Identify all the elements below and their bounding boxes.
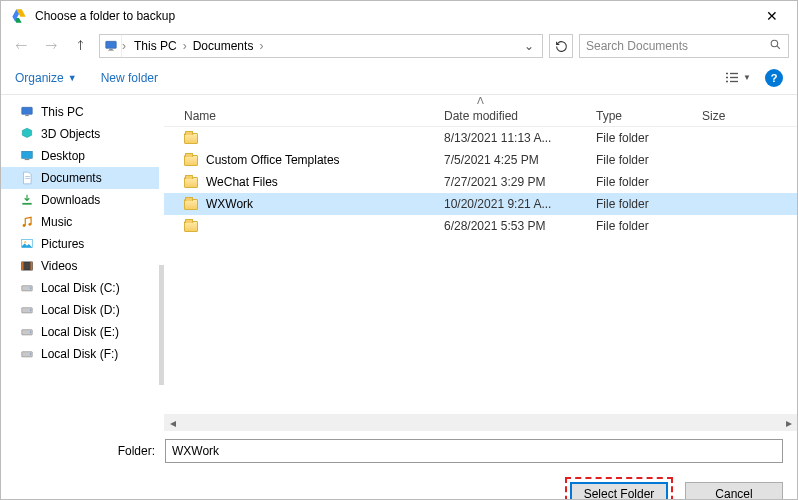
footer: Folder: Select Folder Cancel — [1, 431, 797, 500]
sidebar-item-local-disk-e-[interactable]: Local Disk (E:) — [1, 321, 159, 343]
sidebar-item-this-pc[interactable]: This PC — [1, 101, 159, 123]
music-icon — [19, 215, 35, 229]
organize-button[interactable]: Organize ▼ — [15, 71, 77, 85]
search-input[interactable]: Search Documents — [579, 34, 789, 58]
disk-icon — [19, 347, 35, 361]
svg-rect-15 — [25, 176, 30, 177]
column-type[interactable]: Type — [596, 109, 702, 123]
search-icon — [769, 38, 782, 54]
sidebar-item-desktop[interactable]: Desktop — [1, 145, 159, 167]
sort-indicator-icon: ᐱ — [164, 95, 797, 105]
pc-icon — [19, 105, 35, 119]
file-date: 8/13/2021 11:13 A... — [444, 131, 596, 145]
file-row[interactable]: Custom Office Templates7/5/2021 4:25 PMF… — [164, 149, 797, 171]
svg-point-32 — [30, 353, 31, 354]
sidebar-item-local-disk-f-[interactable]: Local Disk (F:) — [1, 343, 159, 365]
forward-button[interactable]: 🡒 — [39, 34, 63, 58]
sidebar-item-local-disk-d-[interactable]: Local Disk (D:) — [1, 299, 159, 321]
pc-icon — [100, 35, 122, 57]
file-type: File folder — [596, 219, 702, 233]
sidebar-item-documents[interactable]: Documents — [1, 167, 159, 189]
svg-point-19 — [28, 223, 31, 226]
sidebar-item-3d-objects[interactable]: 3D Objects — [1, 123, 159, 145]
svg-point-28 — [30, 309, 31, 310]
svg-rect-11 — [22, 107, 33, 114]
file-date: 10/20/2021 9:21 A... — [444, 197, 596, 211]
cancel-button[interactable]: Cancel — [685, 482, 783, 500]
column-headers: Name Date modified Type Size — [164, 105, 797, 127]
svg-rect-24 — [31, 262, 33, 270]
svg-rect-2 — [108, 50, 114, 51]
select-folder-button[interactable]: Select Folder — [570, 482, 668, 500]
folder-name-input[interactable] — [165, 439, 783, 463]
close-button[interactable]: ✕ — [757, 8, 787, 24]
column-date[interactable]: Date modified — [444, 109, 596, 123]
sidebar-item-music[interactable]: Music — [1, 211, 159, 233]
splitter[interactable] — [159, 95, 164, 431]
navigation-bar: 🡐 🡒 🡑 › This PC › Documents › ⌄ Search D… — [1, 31, 797, 61]
file-type: File folder — [596, 197, 702, 211]
svg-point-3 — [771, 40, 778, 47]
file-row[interactable]: WeChat Files7/27/2021 3:29 PMFile folder — [164, 171, 797, 193]
horizontal-scrollbar[interactable]: ◂ ▸ — [164, 414, 797, 431]
svg-point-21 — [24, 241, 26, 243]
file-row[interactable]: WXWork10/20/2021 9:21 A...File folder — [164, 193, 797, 215]
up-button[interactable]: 🡑 — [69, 34, 93, 58]
breadcrumb-documents[interactable]: Documents — [189, 39, 258, 53]
3d-icon — [19, 127, 35, 141]
file-date: 6/28/2021 5:53 PM — [444, 219, 596, 233]
svg-point-18 — [23, 224, 26, 227]
new-folder-button[interactable]: New folder — [101, 71, 158, 85]
folder-icon — [184, 133, 198, 144]
svg-rect-1 — [109, 49, 113, 50]
file-type: File folder — [596, 131, 702, 145]
svg-rect-13 — [22, 151, 33, 158]
help-button[interactable]: ? — [765, 69, 783, 87]
file-type: File folder — [596, 175, 702, 189]
file-name: WXWork — [206, 197, 253, 211]
back-button[interactable]: 🡐 — [9, 34, 33, 58]
sidebar: This PC3D ObjectsDesktopDocumentsDownloa… — [1, 95, 159, 431]
scroll-left-icon[interactable]: ◂ — [164, 414, 181, 431]
videos-icon — [19, 259, 35, 273]
svg-rect-14 — [25, 159, 30, 160]
refresh-button[interactable] — [549, 34, 573, 58]
svg-point-30 — [30, 331, 31, 332]
view-options-button[interactable]: ▼ — [724, 71, 751, 84]
window-title: Choose a folder to backup — [35, 9, 757, 23]
documents-icon — [19, 171, 35, 185]
pictures-icon — [19, 237, 35, 251]
disk-icon — [19, 325, 35, 339]
svg-rect-12 — [25, 115, 29, 116]
downloads-icon — [19, 193, 35, 207]
file-type: File folder — [596, 153, 702, 167]
svg-rect-0 — [105, 41, 116, 48]
address-dropdown[interactable]: ⌄ — [516, 39, 542, 53]
file-name: Custom Office Templates — [206, 153, 340, 167]
scroll-right-icon[interactable]: ▸ — [780, 414, 797, 431]
sidebar-item-local-disk-c-[interactable]: Local Disk (C:) — [1, 277, 159, 299]
chevron-right-icon: › — [259, 39, 263, 53]
folder-icon — [184, 221, 198, 232]
toolbar: Organize ▼ New folder ▼ ? — [1, 61, 797, 95]
svg-rect-17 — [22, 203, 31, 205]
highlight-annotation: Select Folder — [565, 477, 673, 500]
disk-icon — [19, 281, 35, 295]
sidebar-item-downloads[interactable]: Downloads — [1, 189, 159, 211]
column-name[interactable]: Name — [164, 109, 444, 123]
sidebar-item-pictures[interactable]: Pictures — [1, 233, 159, 255]
file-row[interactable]: 6/28/2021 5:53 PMFile folder — [164, 215, 797, 237]
column-size[interactable]: Size — [702, 109, 772, 123]
desktop-icon — [19, 149, 35, 163]
main-body: This PC3D ObjectsDesktopDocumentsDownloa… — [1, 95, 797, 431]
dropdown-caret-icon: ▼ — [68, 73, 77, 83]
file-list: ᐱ Name Date modified Type Size 8/13/2021… — [164, 95, 797, 431]
svg-rect-16 — [25, 178, 30, 179]
folder-icon — [184, 155, 198, 166]
breadcrumb-this-pc[interactable]: This PC — [130, 39, 181, 53]
file-row[interactable]: 8/13/2021 11:13 A...File folder — [164, 127, 797, 149]
chevron-right-icon: › — [183, 39, 187, 53]
sidebar-item-videos[interactable]: Videos — [1, 255, 159, 277]
folder-label: Folder: — [15, 444, 155, 458]
address-bar[interactable]: › This PC › Documents › ⌄ — [99, 34, 543, 58]
